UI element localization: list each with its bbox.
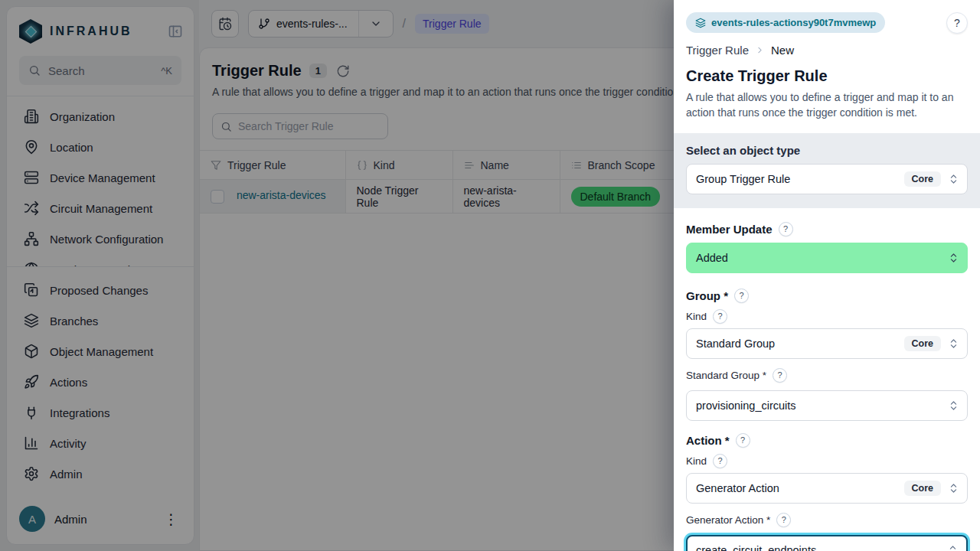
object-type-select[interactable]: Group Trigger Rule Core bbox=[686, 164, 968, 194]
chevron-right-icon bbox=[755, 45, 765, 55]
help-icon[interactable]: ? bbox=[736, 433, 750, 448]
generator-action-select[interactable]: create_circuit_endpoints bbox=[686, 535, 968, 551]
standard-group-label: Standard Group * bbox=[686, 370, 766, 381]
create-trigger-rule-drawer: events-rules-actionsy90t7mvmewp ? Trigge… bbox=[674, 0, 980, 551]
breadcrumb-parent[interactable]: Trigger Rule bbox=[686, 44, 749, 57]
generator-action-label: Generator Action * bbox=[686, 514, 770, 526]
chevron-updown-icon bbox=[947, 544, 959, 551]
action-section-label: Action * bbox=[686, 434, 730, 447]
help-icon[interactable]: ? bbox=[776, 513, 791, 527]
layers-icon bbox=[695, 18, 706, 28]
group-kind-select[interactable]: Standard Group Core bbox=[686, 328, 968, 359]
help-icon[interactable]: ? bbox=[734, 289, 749, 303]
member-update-select[interactable]: Added bbox=[686, 243, 968, 273]
help-icon[interactable]: ? bbox=[713, 309, 727, 324]
core-badge: Core bbox=[904, 481, 941, 496]
chevron-updown-icon bbox=[948, 252, 959, 263]
modal-backdrop[interactable] bbox=[0, 0, 674, 551]
drawer-description: A rule that allows you to define a trigg… bbox=[686, 90, 968, 121]
group-section-label: Group * bbox=[686, 289, 728, 302]
help-button[interactable]: ? bbox=[946, 12, 968, 34]
drawer-title: Create Trigger Rule bbox=[686, 67, 968, 85]
action-kind-label: Kind bbox=[686, 455, 707, 467]
chevron-updown-icon bbox=[948, 482, 959, 494]
object-id-badge: events-rules-actionsy90t7mvmewp bbox=[686, 12, 885, 33]
drawer-form: Member Update ? Added Group * ? Kind ? S… bbox=[674, 208, 980, 551]
help-icon[interactable]: ? bbox=[713, 454, 727, 468]
action-kind-select[interactable]: Generator Action Core bbox=[686, 473, 968, 504]
object-type-section: Select an object type Group Trigger Rule… bbox=[674, 133, 980, 208]
chevron-updown-icon bbox=[948, 399, 959, 411]
chevron-updown-icon bbox=[948, 337, 959, 349]
breadcrumb-current: New bbox=[771, 44, 794, 57]
object-type-label: Select an object type bbox=[686, 144, 968, 157]
help-icon[interactable]: ? bbox=[779, 222, 793, 236]
standard-group-select[interactable]: provisioning_circuits bbox=[686, 390, 968, 421]
core-badge: Core bbox=[904, 171, 941, 187]
group-kind-label: Kind bbox=[686, 311, 707, 322]
help-icon[interactable]: ? bbox=[773, 368, 787, 383]
member-update-label: Member Update bbox=[686, 223, 773, 236]
drawer-breadcrumb: Trigger Rule New bbox=[686, 44, 968, 57]
core-badge: Core bbox=[904, 336, 941, 351]
chevron-updown-icon bbox=[948, 173, 959, 184]
